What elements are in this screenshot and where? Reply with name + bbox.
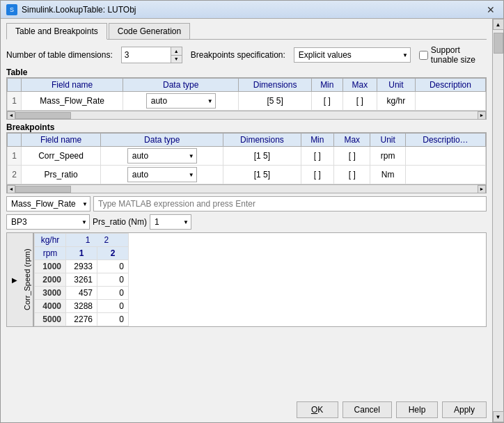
lookup-row2: BP3 ▼ Prs_ratio (Nm) 1 2 3 4 5 ▼: [6, 214, 487, 230]
bp-th-data-type: Data type: [101, 134, 223, 147]
apply-button[interactable]: Apply: [442, 401, 487, 418]
h-scroll-right-button[interactable]: ►: [478, 111, 486, 120]
bp-dimensions-1[interactable]: [1 5]: [223, 147, 301, 166]
lookup-cell-5-1[interactable]: 2276: [66, 313, 97, 326]
table-container: Field name Data type Dimensions Min Max …: [6, 77, 487, 120]
title-bar-left: S Simulink.LookupTable: LUTObj: [6, 4, 136, 15]
table-var-select[interactable]: Mass_Flow_Rate: [6, 196, 90, 212]
num-dimensions-input[interactable]: [122, 47, 171, 63]
lookup-cell-2-2[interactable]: 0: [97, 273, 129, 287]
breakpoints-section-label: Breakpoints: [6, 122, 487, 132]
lookup-table-with-label: ▶ Corr_Speed (rpm) kg/hr 1 2: [6, 232, 487, 327]
bp-field-name-1[interactable]: Corr_Speed: [22, 147, 101, 166]
table-h-scrollbar[interactable]: ◄ ►: [7, 111, 486, 119]
vertical-scrollbar[interactable]: ▲ ▼: [492, 19, 503, 422]
dimensions-1[interactable]: [5 5]: [239, 92, 312, 111]
lookup-cell-3-1[interactable]: 457: [66, 287, 97, 300]
th-data-type: Data type: [123, 79, 239, 92]
scroll-thumb[interactable]: [494, 33, 503, 54]
lookup-row-rpm-4[interactable]: 4000: [35, 300, 66, 313]
min-1[interactable]: [ ]: [311, 92, 342, 111]
matlab-expression-input[interactable]: [93, 196, 487, 212]
bp-max-2[interactable]: [ ]: [334, 166, 370, 184]
bp-data-type-1: auto ▼: [101, 147, 223, 166]
support-tunable-checkbox[interactable]: [419, 51, 428, 60]
close-button[interactable]: ✕: [484, 5, 498, 15]
lookup-cell-3-2[interactable]: 0: [97, 287, 129, 300]
prs-ratio-select[interactable]: 1 2 3 4 5: [150, 214, 191, 230]
lookup-row-rpm-1[interactable]: 1000: [35, 260, 66, 273]
lookup-header-row1: kg/hr 1 2: [35, 234, 129, 247]
bp-spec-select[interactable]: Explicit values Even spacing Even spacin…: [294, 47, 411, 63]
help-button[interactable]: Help: [396, 401, 438, 418]
bp-h-scroll-left-button[interactable]: ◄: [7, 185, 15, 193]
lth-col2: 2: [97, 247, 129, 260]
table-row: 1 Mass_Flow_Rate auto ▼ [5 5]: [8, 92, 486, 111]
bp-min-2[interactable]: [ ]: [301, 166, 334, 184]
bp-th-description: Descriptio…: [405, 134, 485, 147]
bp-description-2[interactable]: [405, 166, 485, 184]
bp-h-scroll-track[interactable]: [15, 185, 478, 193]
bp-h-scroll-right-button[interactable]: ►: [478, 185, 486, 193]
tab-table-breakpoints[interactable]: Table and Breakpoints: [6, 23, 107, 40]
table-var-select-wrapper: Mass_Flow_Rate ▼: [6, 196, 90, 212]
spinner-down-button[interactable]: ▼: [171, 56, 182, 63]
scroll-up-button[interactable]: ▲: [493, 19, 504, 30]
h-scroll-left-button[interactable]: ◄: [7, 111, 15, 120]
table-header-row: Field name Data type Dimensions Min Max …: [8, 79, 486, 92]
expand-arrow-button[interactable]: ▶: [6, 232, 22, 327]
th-min: Min: [311, 79, 342, 92]
bp-min-1[interactable]: [ ]: [301, 147, 334, 166]
lookup-cell-1-2[interactable]: 0: [97, 260, 129, 273]
bp-data-type-select-2[interactable]: auto: [127, 167, 197, 182]
support-tunable-label[interactable]: Support tunable size: [419, 45, 487, 65]
lookup-data-table: kg/hr 1 2 rpm 1 2: [34, 233, 129, 326]
bp-h-scrollbar[interactable]: ◄ ►: [7, 184, 486, 193]
lookup-cell-4-1[interactable]: 3288: [66, 300, 97, 313]
lookup-table-row: 3000 457 0: [35, 287, 129, 300]
spinner-up-button[interactable]: ▲: [171, 47, 182, 56]
ok-button[interactable]: OK: [297, 401, 338, 418]
lookup-cell-5-2[interactable]: 0: [97, 313, 129, 326]
cancel-button[interactable]: Cancel: [342, 401, 392, 418]
lth-rpm: rpm: [35, 247, 66, 260]
lookup-row-rpm-3[interactable]: 3000: [35, 287, 66, 300]
lookup-cell-4-2[interactable]: 0: [97, 300, 129, 313]
scroll-down-button[interactable]: ▼: [493, 411, 504, 422]
lookup-cell-1-1[interactable]: 2933: [66, 260, 97, 273]
description-1[interactable]: [415, 92, 485, 111]
num-dimensions-spinner[interactable]: ▲ ▼: [121, 47, 182, 63]
max-1[interactable]: [ ]: [342, 92, 377, 111]
bp-th-dimensions: Dimensions: [223, 134, 301, 147]
lookup-row-rpm-5[interactable]: 5000: [35, 313, 66, 326]
bp-data-type-select-wrapper-1: auto ▼: [127, 148, 197, 163]
bp-data-type-select-wrapper-2: auto ▼: [127, 167, 197, 182]
bp-data-type-select-1[interactable]: auto: [127, 148, 197, 163]
bp-h-scroll-thumb[interactable]: [15, 186, 71, 193]
lookup-cell-2-1[interactable]: 3261: [66, 273, 97, 287]
lth-col1: 1: [66, 247, 97, 260]
lookup-row-rpm-2[interactable]: 2000: [35, 273, 66, 287]
breakpoints-container: Field name Data type Dimensions Min Max …: [6, 132, 487, 193]
bp-max-1[interactable]: [ ]: [334, 147, 370, 166]
bp-description-1[interactable]: [405, 147, 485, 166]
field-name-1[interactable]: Mass_Flow_Rate: [22, 92, 123, 111]
bp-th-min: Min: [301, 134, 334, 147]
spinner-buttons: ▲ ▼: [171, 47, 182, 63]
bp-field-name-2[interactable]: Prs_ratio: [22, 166, 101, 184]
h-scroll-track[interactable]: [15, 111, 478, 119]
unit-1[interactable]: kg/hr: [377, 92, 416, 111]
bp-data-type-2: auto ▼: [101, 166, 223, 184]
bp-table-row: 2 Prs_ratio auto ▼ [1 5]: [8, 166, 486, 184]
bp-unit-2[interactable]: Nm: [370, 166, 405, 184]
bp-dimensions-2[interactable]: [1 5]: [223, 166, 301, 184]
h-scroll-thumb[interactable]: [15, 112, 71, 119]
breakpoints-section: Breakpoints Field name Data type Dimensi…: [6, 122, 487, 193]
data-type-select-1[interactable]: auto: [146, 93, 216, 109]
lookup-table-row: 1000 2933 0: [35, 260, 129, 273]
table-data: Field name Data type Dimensions Min Max …: [7, 78, 486, 111]
bp-unit-1[interactable]: rpm: [370, 147, 405, 166]
tab-code-generation[interactable]: Code Generation: [109, 23, 190, 39]
th-description: Description: [415, 79, 485, 92]
bp-var-select[interactable]: BP3: [6, 214, 90, 230]
